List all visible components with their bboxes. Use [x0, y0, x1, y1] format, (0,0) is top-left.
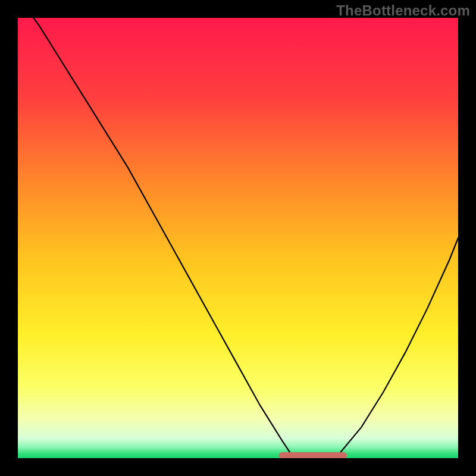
gradient-background	[18, 18, 458, 458]
watermark-text: TheBottleneck.com	[336, 2, 470, 19]
chart-frame: TheBottleneck.com	[0, 0, 476, 476]
bottleneck-chart	[0, 0, 476, 476]
